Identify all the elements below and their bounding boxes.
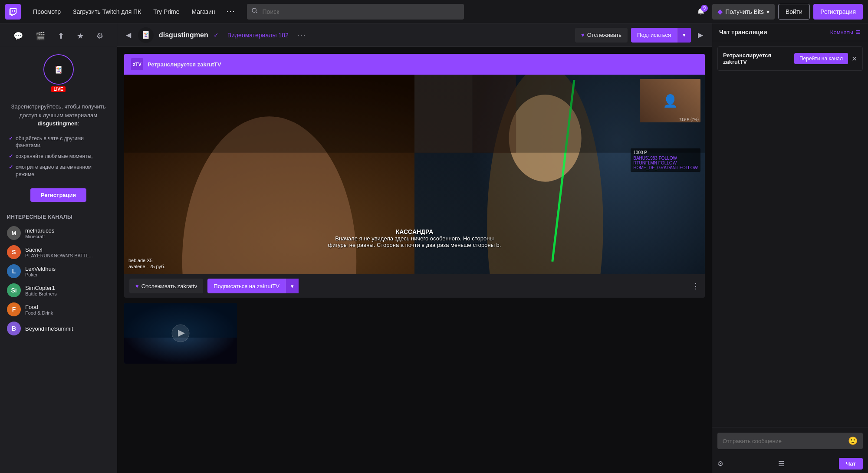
nav-download[interactable]: Загрузить Twitch для ПК xyxy=(68,5,146,19)
feature-item-dark: смотрите видео в затемненном режиме. xyxy=(9,164,108,178)
send-chat-button[interactable]: Чат xyxy=(839,458,863,470)
stream-pip-stats: 719 Р (7%) xyxy=(679,117,699,122)
channel-header-name: disgustingmen xyxy=(159,31,208,39)
content-area: ◀ 🃏 disgustingmen ✓ Видеоматериалы 182 ·… xyxy=(117,23,712,473)
register-button[interactable]: Регистрация xyxy=(813,4,863,20)
notification-count: 9 xyxy=(701,5,708,12)
heart-icon: ♥ xyxy=(581,32,585,38)
channel-name-simcopter1: SimCopter1 xyxy=(25,285,110,291)
chat-input-wrap: 🙂 xyxy=(717,433,863,449)
channel-info-simcopter1: SimCopter1 Battle Brothers xyxy=(25,285,110,296)
subscribe-stream-button[interactable]: Подписаться на zakrutTV ▾ xyxy=(207,279,299,293)
chat-icon[interactable]: 💬 xyxy=(11,29,26,43)
follow-label: Отслеживать xyxy=(587,32,621,38)
twitch-logo[interactable] xyxy=(5,4,21,20)
channel-info-lexveldhuis: LexVeldhuis Poker xyxy=(25,266,110,277)
stream-actions-more-icon[interactable]: ⋮ xyxy=(692,281,700,291)
arrow-up-icon[interactable]: ⬆ xyxy=(55,29,67,43)
stream-pip: 👤 719 Р (7%) xyxy=(640,79,700,122)
channel-header-avatar: 🃏 xyxy=(138,27,154,43)
follow-stream-button[interactable]: ♥ Отслеживать zakrattv xyxy=(129,279,203,293)
chat-list-icon[interactable]: ☰ xyxy=(778,460,784,468)
svg-rect-7 xyxy=(414,75,473,153)
stream-pip-video: 👤 xyxy=(640,79,700,122)
stream-chat-overlay: beblade X5 avalene - 25 руб. xyxy=(128,258,165,270)
channel-game-lexveldhuis: Poker xyxy=(25,272,110,277)
chat-bottom-bar: ⚙ ☰ Чат xyxy=(712,454,868,473)
speaker-name: КАССАНДРА xyxy=(328,228,501,235)
channel-prev-button[interactable]: ◀ xyxy=(124,29,133,41)
follow-heart-icon: ♥ xyxy=(135,283,139,289)
follow-button[interactable]: ♥ Отслеживать xyxy=(575,28,628,43)
close-banner-icon[interactable]: ✕ xyxy=(852,55,857,63)
subscribe-stream-label: Подписаться на zakrutTV xyxy=(207,283,286,289)
sidebar-register-button[interactable]: Регистрация xyxy=(30,188,86,202)
search-input[interactable] xyxy=(247,4,464,20)
nav-right-actions: 9 ◆ Получить Bits ▾ Войти Регистрация xyxy=(693,4,863,20)
chat-msg-1: beblade X5 xyxy=(128,258,165,263)
channel-info-food: Food Food & Drink xyxy=(25,304,110,315)
nav-links: Просмотр Загрузить Twitch для ПК Try Pri… xyxy=(28,5,240,19)
channel-actions: ♥ Отслеживать Подписаться ▾ xyxy=(575,28,691,43)
videos-tab[interactable]: Видеоматериалы 182 xyxy=(224,30,292,40)
search-icon xyxy=(251,7,258,16)
subscribe-arrow-icon[interactable]: ▾ xyxy=(677,28,691,43)
subscribe-stream-arrow-icon[interactable]: ▾ xyxy=(286,279,299,293)
chat-message-input[interactable] xyxy=(723,438,845,444)
channel-next-button[interactable]: ▶ xyxy=(696,29,705,41)
stream-actions-bar: ♥ Отслеживать zakrattv Подписаться на za… xyxy=(124,274,705,298)
star-icon[interactable]: ★ xyxy=(74,29,86,43)
nav-browse[interactable]: Просмотр xyxy=(28,5,66,19)
search-container xyxy=(247,4,464,20)
channel-item-sacriel[interactable]: S Sacriel PLAYERUNKNOWN'S BATTL... xyxy=(0,243,117,262)
chat-rooms-button[interactable]: Комнаты xyxy=(830,29,861,36)
channel-item-beyondthesummit[interactable]: B BeyondTheSummit xyxy=(0,319,117,338)
stream-container: zTV Ретранслируется zakrutTV xyxy=(124,54,705,298)
channel-header-more[interactable]: ··· xyxy=(297,30,306,39)
sidebar-channel-avatar: 🃏 xyxy=(43,54,74,85)
channel-info-melharucos: melharucos Minecraft xyxy=(25,227,110,239)
channel-avatar-sacriel: S xyxy=(7,245,21,259)
chat-settings-icon[interactable]: ⚙ xyxy=(717,460,723,468)
rebroadcast-info-text: Ретранслируется zakrutTV xyxy=(723,52,794,65)
stream-logo: zTV xyxy=(131,58,143,70)
bits-diamond-icon: ◆ xyxy=(717,7,723,16)
stream-banner: zTV Ретранслируется zakrutTV xyxy=(124,54,705,75)
chat-rebroadcast-banner: Ретранслируется zakrutTV Перейти на кана… xyxy=(717,46,863,71)
channel-avatar-simcopter1: Si xyxy=(7,283,21,297)
channel-item-food[interactable]: F Food Food & Drink xyxy=(0,300,117,319)
stream-video[interactable]: КАССАНДРА Вначале я не увидела здесь нич… xyxy=(124,75,705,274)
channel-item-lexveldhuis[interactable]: L LexVeldhuis Poker xyxy=(0,262,117,281)
stream-subtitles: КАССАНДРА Вначале я не увидела здесь нич… xyxy=(328,228,501,248)
video-icon[interactable]: 🎬 xyxy=(33,29,48,43)
emoji-button[interactable]: 🙂 xyxy=(848,436,858,446)
sidebar-icons-row: 💬 🎬 ⬆ ★ ⚙ xyxy=(0,23,117,47)
register-promo-text: Зарегистрируйтесь, чтобы получить доступ… xyxy=(0,99,117,135)
subtitle-line1: Вначале я не увидела здесь ничего особен… xyxy=(328,235,501,242)
recommended-section xyxy=(124,303,705,364)
nav-try-prime[interactable]: Try Prime xyxy=(148,5,184,19)
channel-item-melharucos[interactable]: M melharucos Minecraft xyxy=(0,223,117,243)
rebroadcast-label: Ретранслируется zakrutTV xyxy=(148,61,221,68)
get-bits-button[interactable]: ◆ Получить Bits ▾ xyxy=(712,4,775,20)
chat-input-area: 🙂 xyxy=(712,427,868,454)
nav-store[interactable]: Магазин xyxy=(187,5,220,19)
live-badge: LIVE xyxy=(51,86,65,92)
subscribe-label: Подписаться xyxy=(631,32,677,38)
notification-bell[interactable]: 9 xyxy=(693,4,709,20)
go-channel-button[interactable]: Перейти на канал xyxy=(794,53,848,64)
channel-item-simcopter1[interactable]: Si SimCopter1 Battle Brothers xyxy=(0,281,117,300)
main-layout: 💬 🎬 ⬆ ★ ⚙ 🃏 LIVE Зарегистрируйтесь, чтоб… xyxy=(0,23,868,473)
login-button[interactable]: Войти xyxy=(778,4,810,20)
channel-game-simcopter1: Battle Brothers xyxy=(25,291,110,296)
channel-info-sacriel: Sacriel PLAYERUNKNOWN'S BATTL... xyxy=(25,246,110,258)
chat-rooms-label: Комнаты xyxy=(830,29,853,36)
recommended-video-thumbnail[interactable] xyxy=(124,303,237,364)
subscribe-button[interactable]: Подписаться ▾ xyxy=(631,28,691,43)
channel-name-melharucos: melharucos xyxy=(25,227,110,234)
nav-more-icon[interactable]: ··· xyxy=(222,5,240,18)
channel-name-food: Food xyxy=(25,304,110,310)
svg-rect-8 xyxy=(473,75,516,153)
channel-name-bts: BeyondTheSummit xyxy=(25,325,110,332)
settings-small-icon[interactable]: ⚙ xyxy=(94,29,106,43)
